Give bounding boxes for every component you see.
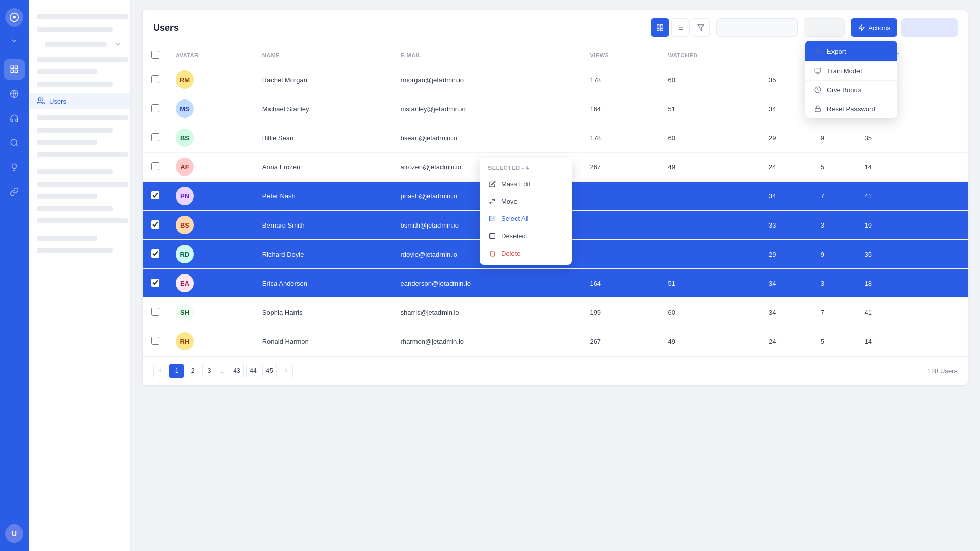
sidebar-icon-search[interactable] [4, 133, 24, 153]
page-btn-3[interactable]: 3 [202, 364, 216, 378]
row-checkbox[interactable] [151, 75, 159, 83]
search-input[interactable] [716, 18, 798, 37]
create-button[interactable] [901, 18, 958, 37]
page-btn-2[interactable]: 2 [186, 364, 200, 378]
mass-edit-menu-item[interactable]: Mass Edit [480, 175, 572, 192]
filter-view-btn[interactable] [692, 18, 710, 37]
row-c1: 35 [761, 65, 813, 94]
row-c1: 29 [761, 240, 813, 269]
avatar: EA [176, 274, 194, 292]
row-checkbox[interactable] [151, 279, 159, 287]
row-checkbox[interactable] [151, 133, 159, 141]
view-toggle [651, 18, 710, 37]
row-watched [659, 240, 761, 269]
row-name: Peter Nash [254, 182, 393, 211]
row-name: Richard Doyle [254, 240, 393, 269]
row-checkbox[interactable] [151, 220, 159, 229]
page-btn-45[interactable]: 45 [262, 364, 277, 378]
row-checkbox[interactable] [151, 104, 159, 112]
row-checkbox[interactable] [151, 249, 159, 258]
reset-password-label: Reset Password [827, 105, 875, 113]
reset-password-menu-item[interactable]: Reset Password [805, 99, 897, 118]
row-email: mstanley@jetadmin.io [393, 94, 582, 123]
give-bonus-label: Give Bonus [827, 86, 861, 94]
page-btn-43[interactable]: 43 [230, 364, 244, 378]
row-c1: 33 [761, 211, 813, 240]
svg-rect-12 [661, 28, 663, 30]
deselect-label: Deselect [501, 232, 527, 240]
row-views [581, 240, 659, 269]
bonus-icon [814, 86, 822, 94]
table-row[interactable]: EA Erica Anderson eanderson@jetadmin.io … [143, 269, 968, 298]
total-users: 128 Users [927, 367, 958, 375]
col-c1 [761, 45, 813, 65]
row-name: Sophia Harris [254, 298, 393, 327]
select-all-menu-item[interactable]: Select All [480, 210, 572, 227]
col-email: E-MAIL [393, 45, 582, 65]
row-views: 164 [581, 269, 659, 298]
row-watched: 60 [659, 298, 761, 327]
list-view-btn[interactable] [671, 18, 690, 37]
deselect-menu-item[interactable]: Deselect [480, 227, 572, 244]
row-watchlist: 18 [856, 269, 968, 298]
filter-button[interactable] [804, 18, 845, 37]
app-logo[interactable] [5, 8, 23, 27]
prev-page-btn[interactable] [153, 364, 167, 378]
row-checkbox[interactable] [151, 337, 159, 345]
move-menu-item[interactable]: Move [480, 192, 572, 210]
nav-skeleton [37, 69, 97, 74]
row-c1: 24 [761, 153, 813, 182]
row-email: rmorgan@jetadmin.io [393, 65, 582, 94]
row-views: 267 [581, 327, 659, 356]
table-row[interactable]: BS Billie Sean bsean@jetadmin.io 178 60 … [143, 123, 968, 153]
avatar: RH [176, 332, 194, 350]
table-row[interactable]: SH Sophia Harris sharris@jetadmin.io 199… [143, 298, 968, 327]
give-bonus-menu-item[interactable]: Give Bonus [805, 80, 897, 99]
page-btn-1[interactable]: 1 [169, 364, 184, 378]
row-name: Erica Anderson [254, 269, 393, 298]
mass-edit-icon [488, 180, 496, 188]
next-page-btn[interactable] [279, 364, 293, 378]
row-watchlist: 35 [856, 240, 968, 269]
col-avatar: AVATAR [167, 45, 254, 65]
svg-point-7 [11, 139, 17, 145]
grid-view-btn[interactable] [651, 18, 669, 37]
select-all-checkbox[interactable] [151, 51, 159, 59]
export-menu-item[interactable]: Export [805, 41, 897, 61]
row-c2: 5 [813, 327, 856, 356]
row-watched: 51 [659, 269, 761, 298]
mass-edit-label: Mass Edit [501, 180, 530, 188]
row-views [581, 211, 659, 240]
sidebar-icon-grid[interactable] [4, 59, 24, 80]
train-model-menu-item[interactable]: Train Model [805, 61, 897, 80]
row-watched [659, 182, 761, 211]
row-checkbox[interactable] [151, 162, 159, 170]
nav-skeleton [37, 27, 113, 32]
nav-item-users[interactable]: Users [29, 93, 130, 109]
nav-skeleton [37, 206, 113, 211]
sidebar-icon-globe[interactable] [4, 84, 24, 104]
row-c1: 24 [761, 327, 813, 356]
collapse-icon[interactable] [8, 35, 20, 47]
delete-menu-item[interactable]: Delete [480, 244, 572, 262]
page-buttons: 1 2 3 ... 43 44 45 [153, 364, 293, 378]
row-watchlist: 35 [856, 123, 968, 153]
train-model-label: Train Model [827, 67, 862, 75]
svg-rect-13 [657, 28, 659, 30]
user-avatar[interactable]: U [5, 524, 23, 543]
actions-button[interactable]: Actions [851, 18, 897, 37]
select-all-icon [488, 214, 496, 222]
row-views: 199 [581, 298, 659, 327]
page-btn-44[interactable]: 44 [246, 364, 260, 378]
sidebar-icon-link[interactable] [4, 182, 24, 202]
sidebar-icon-lightbulb[interactable] [4, 157, 24, 178]
table-row[interactable]: RH Ronald Harmon rharmon@jetadmin.io 267… [143, 327, 968, 356]
row-checkbox[interactable] [151, 308, 159, 316]
row-checkbox[interactable] [151, 191, 159, 199]
nav-skeleton [37, 248, 113, 253]
nav-skeleton [37, 115, 128, 120]
nav-sidebar: Users [29, 0, 131, 551]
sidebar-icon-headset[interactable] [4, 108, 24, 129]
row-watched [659, 211, 761, 240]
row-watchlist: 41 [856, 182, 968, 211]
